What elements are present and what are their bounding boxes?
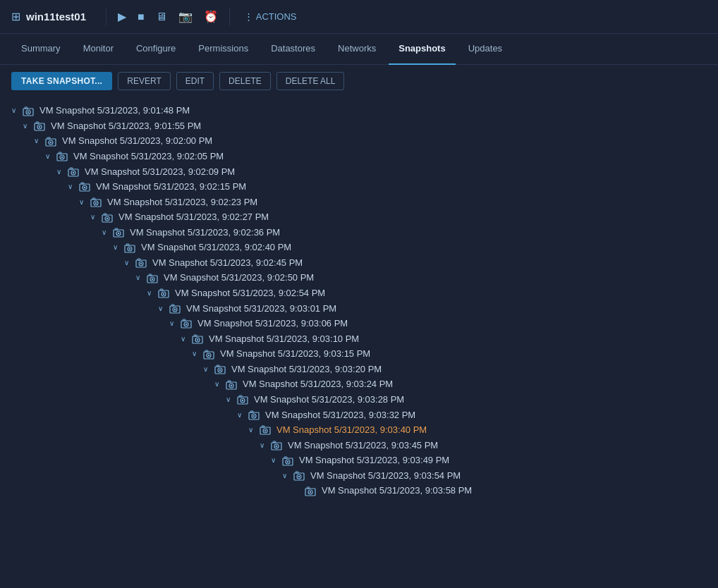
snapshot-label: VM Snapshot 5/31/2023, 9:03:24 PM: [243, 379, 393, 389]
tab-configure[interactable]: Configure: [126, 34, 185, 65]
snapshot-label: VM Snapshot 5/31/2023, 9:02:05 PM: [73, 151, 224, 161]
snapshot-camera-icon: [181, 318, 195, 329]
tab-networks[interactable]: Networks: [328, 34, 386, 65]
tab-permissions[interactable]: Permissions: [188, 34, 258, 65]
svg-rect-65: [205, 350, 208, 352]
snapshot-row[interactable]: ∨ VM Snapshot 5/31/2023, 9:03:10 PM: [181, 331, 707, 346]
snapshot-tree: ∨ VM Snapshot 5/31/2023, 9:01:48 PM∨ VM …: [0, 97, 718, 585]
snapshot-row[interactable]: ∨ VM Snapshot 5/31/2023, 9:02:05 PM: [45, 149, 707, 164]
play-icon[interactable]: ▶: [115, 7, 129, 26]
chevron-icon[interactable]: ∨: [192, 350, 203, 357]
snapshot-row[interactable]: ∨ VM Snapshot 5/31/2023, 9:03:28 PM: [226, 392, 707, 408]
chevron-icon[interactable]: ∨: [102, 228, 113, 236]
snapshot-row[interactable]: ∨ VM Snapshot 5/31/2023, 9:03:40 PM: [248, 422, 707, 438]
chevron-icon[interactable]: ∨: [124, 259, 135, 267]
snapshot-icon[interactable]: 📷: [176, 7, 195, 26]
chevron-icon[interactable]: ∨: [45, 152, 56, 160]
chevron-icon[interactable]: ∨: [260, 441, 271, 449]
svg-point-15: [61, 157, 63, 158]
chevron-icon[interactable]: ∨: [237, 411, 248, 419]
tree-node: ∨ VM Snapshot 5/31/2023, 9:03:45 PM∨ VM …: [260, 437, 707, 498]
svg-point-11: [50, 141, 51, 142]
snapshot-row[interactable]: ∨ VM Snapshot 5/31/2023, 9:03:15 PM: [192, 346, 707, 362]
snapshot-row[interactable]: ∨ VM Snapshot 5/31/2023, 9:02:23 PM: [79, 194, 707, 209]
snapshot-camera-icon: [260, 424, 274, 436]
snapshot-camera-icon: [192, 333, 206, 344]
snapshot-row[interactable]: ∨ VM Snapshot 5/31/2023, 9:02:50 PM: [135, 270, 707, 286]
chevron-icon[interactable]: ∨: [271, 456, 282, 464]
snapshot-row[interactable]: ∨ VM Snapshot 5/31/2023, 9:02:15 PM: [68, 179, 707, 195]
tree-node: ∨ VM Snapshot 5/31/2023, 9:03:54 PM VM S…: [282, 468, 707, 498]
svg-rect-97: [296, 472, 298, 473]
snapshot-row[interactable]: ∨ VM Snapshot 5/31/2023, 9:02:40 PM: [113, 240, 707, 255]
take-snapshot-button[interactable]: TAKE SNAPSHOT...: [11, 72, 112, 90]
snapshot-row[interactable]: ∨ VM Snapshot 5/31/2023, 9:02:27 PM: [90, 209, 707, 225]
chevron-icon[interactable]: ∨: [56, 168, 68, 176]
chevron-icon[interactable]: ∨: [181, 335, 192, 343]
snapshot-row[interactable]: ∨ VM Snapshot 5/31/2023, 9:03:49 PM: [271, 453, 707, 468]
tree-node: ∨ VM Snapshot 5/31/2023, 9:02:45 PM∨ VM …: [124, 255, 707, 498]
snapshot-camera-icon: [248, 409, 262, 420]
snapshot-row[interactable]: VM Snapshot 5/31/2023, 9:03:58 PM: [293, 483, 707, 498]
delete-all-button[interactable]: DELETE ALL: [276, 72, 345, 90]
actions-button[interactable]: ⋮ ACTIONS: [238, 8, 303, 25]
chevron-icon[interactable]: ∨: [214, 380, 226, 388]
chevron-icon[interactable]: ∨: [23, 122, 34, 130]
snapshot-row[interactable]: ∨ VM Snapshot 5/31/2023, 9:01:55 PM: [23, 118, 707, 134]
chevron-icon[interactable]: ∨: [113, 243, 124, 251]
snapshot-row[interactable]: ∨ VM Snapshot 5/31/2023, 9:03:01 PM: [158, 300, 707, 316]
chevron-icon[interactable]: ∨: [79, 198, 90, 206]
monitor-icon[interactable]: 🖥: [153, 8, 170, 26]
snapshot-row[interactable]: ∨ VM Snapshot 5/31/2023, 9:02:36 PM: [102, 225, 707, 240]
tree-node: ∨ VM Snapshot 5/31/2023, 9:02:54 PM∨ VM …: [147, 286, 707, 498]
tab-snapshots[interactable]: Snapshots: [389, 34, 455, 65]
chevron-icon[interactable]: ∨: [203, 365, 214, 373]
snapshot-row[interactable]: ∨ VM Snapshot 5/31/2023, 9:01:48 PM: [11, 103, 707, 118]
tab-updates[interactable]: Updates: [458, 34, 512, 65]
tab-datastores[interactable]: Datastores: [261, 34, 325, 65]
chevron-icon[interactable]: ∨: [169, 319, 181, 327]
snapshot-row[interactable]: ∨ VM Snapshot 5/31/2023, 9:03:32 PM: [237, 407, 707, 422]
snapshot-row[interactable]: ∨ VM Snapshot 5/31/2023, 9:02:00 PM: [34, 133, 707, 149]
chevron-icon[interactable]: ∨: [282, 472, 293, 479]
snapshot-camera-icon: [147, 272, 161, 283]
snapshot-camera-icon: [271, 439, 285, 451]
snapshot-label: VM Snapshot 5/31/2023, 9:03:40 PM: [276, 424, 427, 435]
snapshot-row[interactable]: ∨ VM Snapshot 5/31/2023, 9:03:24 PM: [214, 376, 707, 392]
svg-rect-33: [115, 228, 118, 230]
snapshot-camera-icon: [23, 105, 37, 116]
stop-icon[interactable]: ■: [135, 8, 147, 26]
chevron-icon[interactable]: ∨: [147, 289, 158, 297]
tab-summary[interactable]: Summary: [11, 34, 71, 65]
svg-point-87: [264, 430, 266, 431]
chevron-icon[interactable]: ∨: [11, 106, 23, 114]
chevron-icon[interactable]: ∨: [68, 183, 79, 190]
svg-point-43: [140, 263, 142, 264]
tab-monitor[interactable]: Monitor: [73, 34, 123, 65]
snapshot-row[interactable]: ∨ VM Snapshot 5/31/2023, 9:02:09 PM: [56, 164, 707, 179]
chevron-icon[interactable]: ∨: [226, 396, 237, 403]
snapshot-row[interactable]: ∨ VM Snapshot 5/31/2023, 9:03:45 PM: [260, 437, 707, 453]
clock-icon[interactable]: ⏰: [201, 7, 221, 26]
svg-rect-25: [92, 198, 95, 200]
tree-node: ∨ VM Snapshot 5/31/2023, 9:03:15 PM∨ VM …: [192, 346, 707, 498]
snapshot-camera-icon: [237, 394, 251, 405]
chevron-icon[interactable]: ∨: [248, 426, 260, 434]
snapshot-row[interactable]: ∨ VM Snapshot 5/31/2023, 9:03:06 PM: [169, 316, 707, 331]
svg-point-79: [242, 400, 243, 401]
svg-rect-85: [262, 426, 264, 427]
chevron-icon[interactable]: ∨: [135, 274, 147, 281]
snapshot-row[interactable]: ∨ VM Snapshot 5/31/2023, 9:03:20 PM: [203, 362, 707, 377]
revert-button[interactable]: REVERT: [118, 72, 170, 90]
tree-node: ∨ VM Snapshot 5/31/2023, 9:02:40 PM∨ VM …: [113, 240, 707, 498]
chevron-icon[interactable]: ∨: [34, 137, 45, 145]
chevron-icon[interactable]: ∨: [158, 305, 169, 312]
delete-button[interactable]: DELETE: [219, 72, 271, 90]
snapshot-row[interactable]: ∨ VM Snapshot 5/31/2023, 9:03:54 PM: [282, 468, 707, 484]
snapshot-row[interactable]: ∨ VM Snapshot 5/31/2023, 9:02:54 PM: [147, 286, 707, 301]
nav-tabs: Summary Monitor Configure Permissions Da…: [0, 34, 718, 65]
chevron-icon[interactable]: ∨: [90, 213, 102, 221]
snapshot-row[interactable]: ∨ VM Snapshot 5/31/2023, 9:02:45 PM: [124, 255, 707, 271]
edit-button[interactable]: EDIT: [176, 72, 214, 90]
snapshot-camera-icon: [34, 121, 48, 132]
